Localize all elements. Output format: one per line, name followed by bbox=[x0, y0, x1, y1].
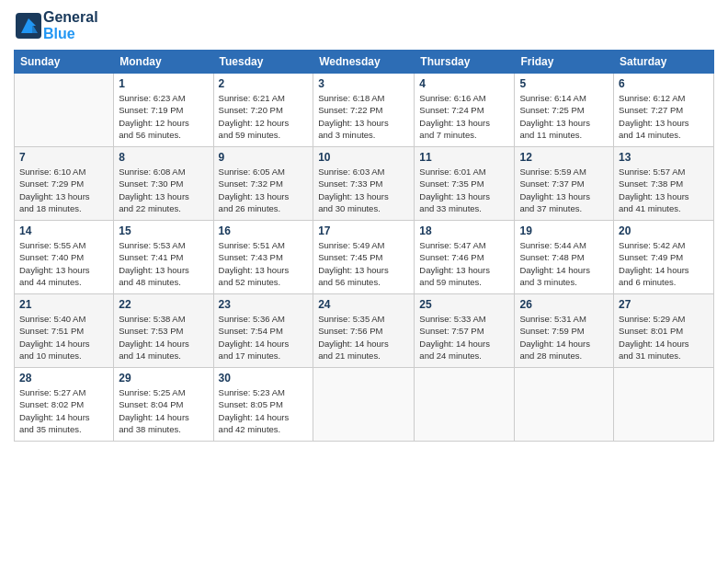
day-info: Sunrise: 5:36 AM Sunset: 7:54 PM Dayligh… bbox=[219, 313, 309, 362]
calendar-cell: 24Sunrise: 5:35 AM Sunset: 7:56 PM Dayli… bbox=[313, 294, 415, 368]
day-info: Sunrise: 5:23 AM Sunset: 8:05 PM Dayligh… bbox=[219, 386, 309, 435]
day-number: 27 bbox=[619, 298, 709, 311]
day-info: Sunrise: 6:14 AM Sunset: 7:25 PM Dayligh… bbox=[519, 92, 609, 141]
day-number: 15 bbox=[119, 224, 208, 237]
day-number: 2 bbox=[219, 77, 309, 90]
day-number: 14 bbox=[19, 224, 108, 237]
day-info: Sunrise: 5:47 AM Sunset: 7:46 PM Dayligh… bbox=[419, 239, 509, 288]
weekday-header-saturday: Saturday bbox=[614, 51, 714, 74]
calendar-cell: 19Sunrise: 5:44 AM Sunset: 7:48 PM Dayli… bbox=[515, 221, 614, 294]
calendar-cell bbox=[15, 74, 114, 147]
week-row-2: 7Sunrise: 6:10 AM Sunset: 7:29 PM Daylig… bbox=[15, 147, 714, 221]
calendar-table: SundayMondayTuesdayWednesdayThursdayFrid… bbox=[14, 50, 714, 442]
calendar-cell: 7Sunrise: 6:10 AM Sunset: 7:29 PM Daylig… bbox=[15, 147, 114, 221]
calendar-cell: 12Sunrise: 5:59 AM Sunset: 7:37 PM Dayli… bbox=[515, 147, 614, 221]
weekday-header-monday: Monday bbox=[114, 51, 213, 74]
day-number: 5 bbox=[519, 77, 609, 90]
day-number: 18 bbox=[419, 224, 509, 237]
day-info: Sunrise: 5:25 AM Sunset: 8:04 PM Dayligh… bbox=[119, 386, 208, 435]
week-row-3: 14Sunrise: 5:55 AM Sunset: 7:40 PM Dayli… bbox=[15, 221, 714, 294]
day-info: Sunrise: 6:01 AM Sunset: 7:35 PM Dayligh… bbox=[419, 166, 509, 214]
calendar-cell: 13Sunrise: 5:57 AM Sunset: 7:38 PM Dayli… bbox=[614, 147, 714, 221]
day-info: Sunrise: 6:10 AM Sunset: 7:29 PM Dayligh… bbox=[19, 166, 108, 214]
day-number: 9 bbox=[219, 151, 309, 164]
day-number: 30 bbox=[219, 372, 309, 385]
calendar-cell: 14Sunrise: 5:55 AM Sunset: 7:40 PM Dayli… bbox=[15, 221, 114, 294]
day-info: Sunrise: 5:33 AM Sunset: 7:57 PM Dayligh… bbox=[419, 313, 509, 362]
day-info: Sunrise: 6:05 AM Sunset: 7:32 PM Dayligh… bbox=[219, 166, 309, 214]
calendar-cell: 23Sunrise: 5:36 AM Sunset: 7:54 PM Dayli… bbox=[213, 294, 313, 368]
calendar-cell: 29Sunrise: 5:25 AM Sunset: 8:04 PM Dayli… bbox=[114, 368, 213, 442]
weekday-header-sunday: Sunday bbox=[15, 51, 114, 74]
day-info: Sunrise: 5:40 AM Sunset: 7:51 PM Dayligh… bbox=[19, 313, 108, 362]
day-number: 29 bbox=[119, 372, 208, 385]
calendar-cell: 30Sunrise: 5:23 AM Sunset: 8:05 PM Dayli… bbox=[213, 368, 313, 442]
calendar-cell: 21Sunrise: 5:40 AM Sunset: 7:51 PM Dayli… bbox=[15, 294, 114, 368]
day-number: 25 bbox=[419, 298, 509, 311]
day-info: Sunrise: 5:53 AM Sunset: 7:41 PM Dayligh… bbox=[119, 239, 208, 288]
day-number: 22 bbox=[119, 298, 208, 311]
week-row-5: 28Sunrise: 5:27 AM Sunset: 8:02 PM Dayli… bbox=[15, 368, 714, 442]
day-number: 24 bbox=[318, 298, 409, 311]
week-row-1: 1Sunrise: 6:23 AM Sunset: 7:19 PM Daylig… bbox=[15, 74, 714, 147]
day-number: 20 bbox=[619, 224, 709, 237]
day-number: 6 bbox=[619, 77, 709, 90]
day-info: Sunrise: 5:55 AM Sunset: 7:40 PM Dayligh… bbox=[19, 239, 108, 288]
day-info: Sunrise: 5:51 AM Sunset: 7:43 PM Dayligh… bbox=[219, 239, 309, 288]
day-info: Sunrise: 5:31 AM Sunset: 7:59 PM Dayligh… bbox=[519, 313, 609, 362]
day-number: 3 bbox=[318, 77, 409, 90]
calendar-cell: 16Sunrise: 5:51 AM Sunset: 7:43 PM Dayli… bbox=[213, 221, 313, 294]
calendar-cell: 22Sunrise: 5:38 AM Sunset: 7:53 PM Dayli… bbox=[114, 294, 213, 368]
calendar-cell: 11Sunrise: 6:01 AM Sunset: 7:35 PM Dayli… bbox=[415, 147, 515, 221]
calendar-cell: 1Sunrise: 6:23 AM Sunset: 7:19 PM Daylig… bbox=[114, 74, 213, 147]
day-info: Sunrise: 5:35 AM Sunset: 7:56 PM Dayligh… bbox=[318, 313, 409, 362]
calendar-cell: 20Sunrise: 5:42 AM Sunset: 7:49 PM Dayli… bbox=[614, 221, 714, 294]
calendar-cell: 15Sunrise: 5:53 AM Sunset: 7:41 PM Dayli… bbox=[114, 221, 213, 294]
day-number: 4 bbox=[419, 77, 509, 90]
day-number: 1 bbox=[119, 77, 208, 90]
calendar-cell: 17Sunrise: 5:49 AM Sunset: 7:45 PM Dayli… bbox=[313, 221, 415, 294]
weekday-header-friday: Friday bbox=[515, 51, 614, 74]
logo-icon bbox=[14, 11, 43, 40]
weekday-header-tuesday: Tuesday bbox=[213, 51, 313, 74]
day-info: Sunrise: 5:57 AM Sunset: 7:38 PM Dayligh… bbox=[619, 166, 709, 214]
calendar-cell: 25Sunrise: 5:33 AM Sunset: 7:57 PM Dayli… bbox=[415, 294, 515, 368]
logo: General Blue bbox=[14, 9, 98, 42]
calendar-cell: 2Sunrise: 6:21 AM Sunset: 7:20 PM Daylig… bbox=[213, 74, 313, 147]
week-row-4: 21Sunrise: 5:40 AM Sunset: 7:51 PM Dayli… bbox=[15, 294, 714, 368]
day-number: 13 bbox=[619, 151, 709, 164]
calendar-cell bbox=[313, 368, 415, 442]
calendar-cell bbox=[515, 368, 614, 442]
day-info: Sunrise: 5:44 AM Sunset: 7:48 PM Dayligh… bbox=[519, 239, 609, 288]
day-info: Sunrise: 6:08 AM Sunset: 7:30 PM Dayligh… bbox=[119, 166, 208, 214]
page: General Blue SundayMondayTuesdayWednesda… bbox=[0, 0, 728, 563]
calendar-cell: 3Sunrise: 6:18 AM Sunset: 7:22 PM Daylig… bbox=[313, 74, 415, 147]
calendar-cell: 10Sunrise: 6:03 AM Sunset: 7:33 PM Dayli… bbox=[313, 147, 415, 221]
day-info: Sunrise: 6:12 AM Sunset: 7:27 PM Dayligh… bbox=[619, 92, 709, 141]
weekday-header-wednesday: Wednesday bbox=[313, 51, 415, 74]
calendar-cell: 4Sunrise: 6:16 AM Sunset: 7:24 PM Daylig… bbox=[415, 74, 515, 147]
day-number: 12 bbox=[519, 151, 609, 164]
day-number: 23 bbox=[219, 298, 309, 311]
day-number: 28 bbox=[19, 372, 108, 385]
day-number: 21 bbox=[19, 298, 108, 311]
logo-text: General Blue bbox=[43, 9, 98, 42]
day-info: Sunrise: 5:29 AM Sunset: 8:01 PM Dayligh… bbox=[619, 313, 709, 362]
day-info: Sunrise: 5:27 AM Sunset: 8:02 PM Dayligh… bbox=[19, 386, 108, 435]
calendar-cell: 27Sunrise: 5:29 AM Sunset: 8:01 PM Dayli… bbox=[614, 294, 714, 368]
day-number: 19 bbox=[519, 224, 609, 237]
calendar-cell: 28Sunrise: 5:27 AM Sunset: 8:02 PM Dayli… bbox=[15, 368, 114, 442]
day-info: Sunrise: 6:23 AM Sunset: 7:19 PM Dayligh… bbox=[119, 92, 208, 141]
day-info: Sunrise: 5:38 AM Sunset: 7:53 PM Dayligh… bbox=[119, 313, 208, 362]
day-number: 26 bbox=[519, 298, 609, 311]
weekday-header-row: SundayMondayTuesdayWednesdayThursdayFrid… bbox=[15, 51, 714, 74]
calendar-cell: 6Sunrise: 6:12 AM Sunset: 7:27 PM Daylig… bbox=[614, 74, 714, 147]
day-info: Sunrise: 6:21 AM Sunset: 7:20 PM Dayligh… bbox=[219, 92, 309, 141]
day-number: 17 bbox=[318, 224, 409, 237]
calendar-cell: 5Sunrise: 6:14 AM Sunset: 7:25 PM Daylig… bbox=[515, 74, 614, 147]
day-number: 11 bbox=[419, 151, 509, 164]
day-info: Sunrise: 6:03 AM Sunset: 7:33 PM Dayligh… bbox=[318, 166, 409, 214]
day-info: Sunrise: 5:49 AM Sunset: 7:45 PM Dayligh… bbox=[318, 239, 409, 288]
calendar-cell: 8Sunrise: 6:08 AM Sunset: 7:30 PM Daylig… bbox=[114, 147, 213, 221]
calendar-cell bbox=[614, 368, 714, 442]
